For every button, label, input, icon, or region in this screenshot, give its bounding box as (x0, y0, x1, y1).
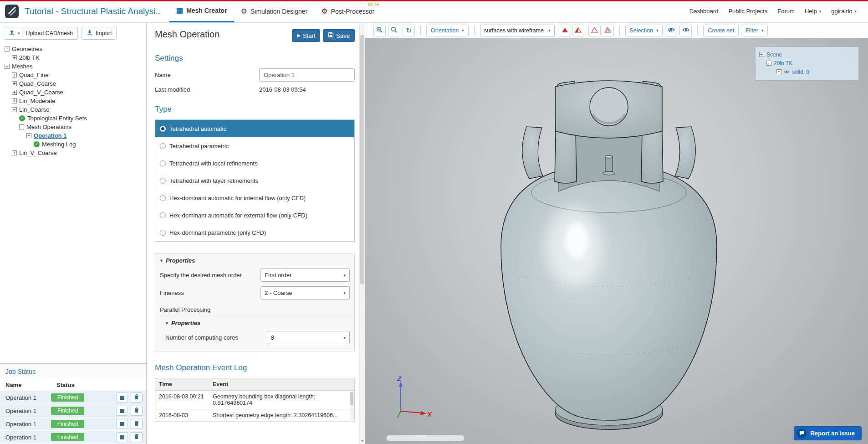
nav-forum[interactable]: Forum (772, 8, 800, 15)
save-button[interactable]: Save (323, 29, 355, 42)
viewport-horizontal-scrollbar[interactable] (386, 435, 465, 441)
parallel-properties-header[interactable]: ▼ Properties (161, 316, 354, 329)
tree-item[interactable]: Geometries (0, 45, 146, 53)
tree-node-icon[interactable] (12, 55, 17, 60)
project-title[interactable]: Tutorial - Structural Plastic Analysi... (25, 6, 161, 16)
show-all-button[interactable] (679, 25, 692, 36)
import-button[interactable]: Import (82, 27, 117, 40)
tree-item[interactable]: Quad_Coarse (0, 79, 146, 88)
mesh-type-option[interactable]: Tetrahedral with layer refinements (155, 172, 354, 189)
report-issue-button[interactable]: Report an issue (794, 426, 862, 440)
nav-dashboard[interactable]: Dashboard (684, 8, 724, 15)
mesh-quality-outline-button[interactable] (588, 25, 601, 36)
event-log-scrollbar[interactable] (350, 391, 354, 421)
eye-icon (682, 27, 689, 34)
name-input[interactable] (259, 68, 355, 82)
tree-item[interactable]: Lin_V_Coarse (0, 149, 146, 157)
orientation-dropdown[interactable]: Orientation ▾ (426, 25, 469, 36)
selection-dropdown[interactable]: Selection ▾ (625, 25, 663, 36)
tree-node-icon[interactable] (12, 72, 17, 77)
mesh-type-option[interactable]: Tetrahedral with local refinements (155, 155, 354, 172)
tree-node-icon[interactable] (5, 46, 10, 52)
collapse-icon[interactable] (759, 52, 764, 57)
mesh-quality-hatched-button[interactable] (602, 25, 614, 36)
tree-node-icon[interactable] (34, 141, 40, 147)
tab-simulation-designer[interactable]: ⚙ Simulation Designer (234, 0, 315, 22)
mesh-quality-solid-button[interactable] (559, 25, 571, 36)
panel-scrollbar[interactable]: ▾ (359, 23, 365, 444)
tree-item[interactable]: 20lb TK (0, 53, 146, 62)
tree-item[interactable]: Lin_Coarse (0, 105, 146, 114)
mesh-type-option[interactable]: Hex-dominant automatic for internal flow… (155, 189, 354, 207)
stop-job-button[interactable] (116, 392, 128, 403)
tree-item[interactable]: Mesh Operations (0, 123, 146, 131)
collapse-icon[interactable] (766, 61, 771, 66)
mesh-quality-half-button[interactable] (572, 25, 584, 36)
scene-geometry-node[interactable]: 20lb TK (759, 59, 855, 67)
mesh-type-option[interactable]: Hex-dominant parametric (only CFD) (155, 224, 354, 241)
job-row[interactable]: Operation 1 Finished (0, 391, 146, 404)
tree-item[interactable]: Topological Entity Sets (0, 114, 146, 123)
zoom-fit-button[interactable] (388, 25, 400, 36)
visibility-eye-icon[interactable] (784, 70, 790, 74)
expand-icon[interactable] (776, 69, 781, 74)
fineness-select[interactable]: 2 - Coarse ▾ (260, 286, 350, 299)
scrollbar-thumb[interactable] (350, 392, 353, 405)
event-log-table: Time Event 2016-08-03 09:21 Geometry bou… (155, 378, 355, 422)
upload-cad-button[interactable]: ▾ Upload CAD/mesh (4, 27, 78, 40)
tree-node-icon[interactable] (12, 90, 17, 95)
stop-job-button[interactable] (116, 406, 128, 416)
app-logo[interactable] (5, 4, 19, 19)
upload-icon (9, 30, 15, 37)
filter-dropdown[interactable]: Filter ▾ (741, 25, 768, 36)
job-row[interactable]: Operation 1 Finished (0, 418, 146, 431)
scene-solid-node[interactable]: solid_0 (759, 67, 855, 76)
scene-root-node[interactable]: Scene (759, 50, 855, 59)
properties-header[interactable]: ▼ Properties (155, 254, 354, 266)
delete-job-button[interactable] (131, 432, 143, 442)
scroll-down-arrow-icon[interactable]: ▾ (360, 438, 365, 443)
stop-job-button[interactable] (116, 419, 128, 429)
tree-item[interactable]: Lin_Moderate (0, 97, 146, 105)
tree-item[interactable]: Meshes (0, 62, 146, 71)
mesh-order-select[interactable]: First order ▾ (260, 268, 350, 282)
job-row[interactable]: Operation 1 Finished (0, 431, 146, 444)
zoom-in-button[interactable] (373, 25, 386, 36)
tree-node-icon[interactable] (19, 124, 24, 129)
create-set-button[interactable]: Create set (703, 25, 739, 36)
cores-select[interactable]: 8 ▾ (267, 331, 350, 344)
3d-scene-canvas[interactable]: Scene 20lb TK solid_0 Z X Report a (365, 38, 868, 444)
mesh-type-option[interactable]: Hex-dominant automatic for external flow… (155, 207, 354, 224)
nav-public-projects[interactable]: Public Projects (723, 8, 772, 15)
tree-node-icon[interactable] (12, 98, 17, 103)
tree-node-icon[interactable] (26, 133, 31, 138)
stop-job-button[interactable] (116, 432, 128, 442)
tree-item[interactable]: Meshing Log (0, 140, 146, 149)
tree-item[interactable]: Quad_V_Coarse (0, 88, 146, 97)
tree-item[interactable]: Operation 1 (0, 131, 146, 140)
tab-post-processor[interactable]: BETA ⚙ Post-Processor (314, 0, 381, 22)
tree-node-icon[interactable] (5, 64, 10, 69)
nav-user-menu[interactable]: ggiraldo▾ (826, 8, 862, 15)
delete-job-button[interactable] (131, 406, 143, 416)
scrollbar-thumb[interactable] (360, 35, 364, 284)
tree-node-icon[interactable] (12, 150, 17, 155)
tab-mesh-creator[interactable]: ▦ Mesh Creator (169, 0, 234, 22)
collapse-triangle-icon: ▼ (165, 321, 169, 325)
tree-node-icon[interactable] (19, 115, 25, 121)
mesh-type-option[interactable]: Tetrahedral parametric (155, 137, 354, 155)
tree-node-icon[interactable] (12, 81, 17, 86)
nav-help-menu[interactable]: Help▾ (800, 8, 826, 15)
delete-job-button[interactable] (131, 419, 143, 429)
hide-selected-button[interactable] (665, 25, 677, 36)
tank-3d-model (479, 55, 743, 433)
job-row[interactable]: Operation 1 Finished (0, 404, 146, 418)
mesh-type-option[interactable]: Tetrahedral automatic (155, 120, 354, 137)
tree-node-icon[interactable] (12, 107, 17, 112)
tree-item[interactable]: Quad_Fine (0, 71, 146, 79)
start-button[interactable]: ▶ Start (292, 29, 320, 42)
delete-job-button[interactable] (131, 392, 143, 403)
refresh-view-button[interactable]: ↻ (403, 25, 415, 36)
name-label: Name (155, 72, 259, 78)
render-mode-select[interactable]: surfaces with wireframe ▾ (480, 25, 555, 36)
